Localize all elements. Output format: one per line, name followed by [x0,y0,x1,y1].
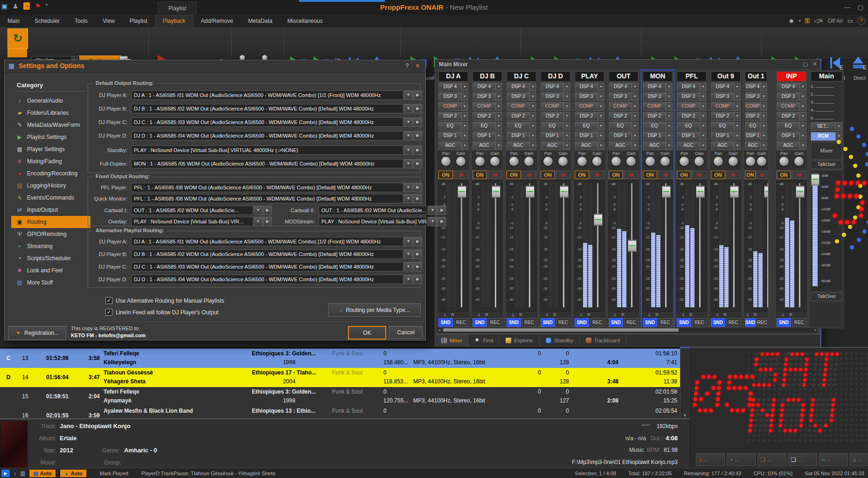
gain-knob[interactable]: Gain [624,151,639,170]
snd-button[interactable]: SND [643,318,657,327]
chevron-down-icon[interactable]: ▼ [529,112,536,120]
chevron-down-icon[interactable]: ▼ [632,142,638,150]
chevron-down-icon[interactable]: ▼ [404,118,413,127]
chevron-down-icon[interactable]: ▼ [254,217,263,226]
mixer-tab-explorer[interactable]: Explorer [500,334,540,346]
chevron-down-icon[interactable]: ▼ [563,83,570,91]
chevron-down-icon[interactable]: ▼ [666,122,672,130]
dsp-button-dsp4[interactable]: DSP 4▼ [643,83,673,91]
test-play-icon[interactable]: ▶ [413,183,422,192]
dsp-button-dsp3[interactable]: DSP 3▼ [438,92,468,101]
test-play-icon[interactable]: ▶ [413,262,422,271]
fader-track[interactable] [733,183,735,307]
dsp-button-eq[interactable]: EQ▼ [507,122,536,131]
fader-track[interactable] [597,183,598,307]
sidebar-item-mixing-fading[interactable]: ✕Mixing/Fading [11,155,90,167]
user-icon[interactable]: ♟ [13,2,19,10]
routing-device-select[interactable]: MON : 1 - ASI6585 /05 WDM Out (AudioScie… [131,159,403,168]
fader-handle[interactable] [796,186,805,198]
chevron-down-icon[interactable]: ▼ [632,83,638,91]
chevron-down-icon[interactable]: ▼ [495,142,502,150]
chevron-down-icon[interactable]: ▼ [563,112,570,120]
knob-dial[interactable] [626,157,636,166]
chevron-down-icon[interactable]: ▼ [254,206,263,215]
dsp-button-dsp4[interactable]: DSP 4▼ [575,83,604,91]
chevron-down-icon[interactable]: ▼ [760,112,767,120]
mixer-horizontal-scrollbar[interactable]: ◂▸ [437,327,818,333]
dsp-button-eq[interactable]: EQ▼ [575,122,604,131]
chevron-down-icon[interactable]: ▼ [700,132,706,140]
channel-header[interactable]: INP [777,71,806,82]
chevron-down-icon[interactable]: ▼ [799,132,806,140]
chevron-down-icon[interactable]: ▼ [760,93,767,101]
channel-header[interactable]: DJ C [507,71,536,82]
chevron-down-icon[interactable]: ▼ [597,132,604,140]
knob-dial[interactable] [660,157,670,166]
pan-knob[interactable]: Pan [745,151,756,170]
rec-button[interactable]: REC [488,318,502,327]
routing-device-select[interactable]: DJ B : 1 - ASI6585 /02 WDM Out (AudioSci… [131,104,403,113]
dsp-button-comp[interactable]: COMP▼ [609,102,639,111]
dsp-button-dsp1[interactable]: DSP 1▼ [777,132,806,140]
dsp-button-agc[interactable]: AGC▼ [609,141,639,150]
test-play-icon[interactable]: ▶ [413,194,422,203]
chevron-down-icon[interactable]: ▼ [495,103,502,111]
checkbox-icon[interactable]: ✓ [105,297,112,304]
chevron-down-icon[interactable]: ▼ [563,122,570,130]
menu-tab-playlist[interactable]: Playlist [122,15,155,27]
mute-button[interactable]: M [624,171,639,179]
fader-track[interactable] [461,183,462,307]
fader-track[interactable] [665,183,667,307]
dsp-button-agc[interactable]: AGC▼ [541,141,570,150]
chevron-down-icon[interactable]: ▼ [835,132,842,140]
dsp-button-dsp3[interactable]: DSP 3▼ [643,92,673,101]
knob-dial[interactable] [509,157,519,166]
chevron-down-icon[interactable]: ▼ [597,103,604,111]
channel-header[interactable]: PFL [677,71,707,82]
chevron-down-icon[interactable]: ▼ [428,206,437,215]
mute-button[interactable]: M [590,171,604,179]
routing-device-select[interactable]: PLAY : NoSound Device [Virtual Sub-Bus] … [319,217,428,226]
snd-button[interactable]: SND [575,318,589,327]
channel-header[interactable]: DJ D [541,71,570,82]
knob-dial[interactable] [729,157,738,166]
dsp-button-comp[interactable]: COMP▼ [472,102,502,111]
mixer-maximize-button[interactable]: ▢ [802,61,809,67]
fader-track[interactable] [699,183,701,307]
playlist-row[interactable]: C1301:52:063:58Teferi FelleqeKèlkeyelegn… [0,349,680,368]
on-button[interactable]: ON [541,171,555,179]
dsp-button-dsp4[interactable]: DSP 4▼ [541,83,570,91]
dsp-button-agc[interactable]: AGC▼ [777,141,806,150]
chevron-down-icon[interactable]: ▼ [700,112,706,120]
menu-tab-addremove[interactable]: Add/Remove [194,15,241,27]
registration-button[interactable]: ✦ Registration... [8,326,66,339]
pan-knob[interactable]: Pan [438,151,453,170]
chevron-down-icon[interactable]: ▼ [495,93,502,101]
chevron-down-icon[interactable]: ▼ [700,103,706,111]
chevron-down-icon[interactable]: ▼ [760,122,767,130]
dsp-button-dsp3[interactable]: DSP 3▼ [609,92,639,101]
dsp-button-dsp3[interactable]: DSP 3▼ [677,92,707,101]
help-icon[interactable]: ? [857,17,865,25]
routing-device-select[interactable]: PLAY : NoSound Device [Virtual Sub-Bus] … [131,145,403,155]
main-slot-2[interactable]: 2. [811,90,842,97]
chevron-down-icon[interactable]: ▼ [597,112,604,120]
sidebar-item-routing[interactable]: ▣Routing [11,216,90,228]
dsp-button-eq[interactable]: EQ▼ [777,122,806,131]
knob-dial[interactable] [490,157,500,166]
chevron-down-icon[interactable]: ▼ [495,112,502,120]
chevron-down-icon[interactable]: ▼ [734,132,740,140]
chevron-down-icon[interactable]: ▼ [632,103,638,111]
dsp-button-agc[interactable]: AGC▼ [507,141,536,150]
on-button[interactable]: ON [643,171,657,179]
mute-button[interactable]: M [658,171,673,179]
channel-header[interactable]: Out 1 [745,71,767,82]
chevron-down-icon[interactable]: ▼ [632,132,638,140]
dsp-button-dsp2[interactable]: DSP 2▼ [575,112,604,121]
knob-dial[interactable] [757,157,766,166]
chevron-down-icon[interactable]: ▼ [597,142,604,150]
sidebar-item-look-and-feel[interactable]: ❖Look and Feel [11,264,90,277]
rec-button[interactable]: REC [658,318,673,327]
statusbar-app-icon[interactable]: ▶ [1,470,10,477]
dsp-button-eq[interactable]: EQ▼ [609,122,639,131]
